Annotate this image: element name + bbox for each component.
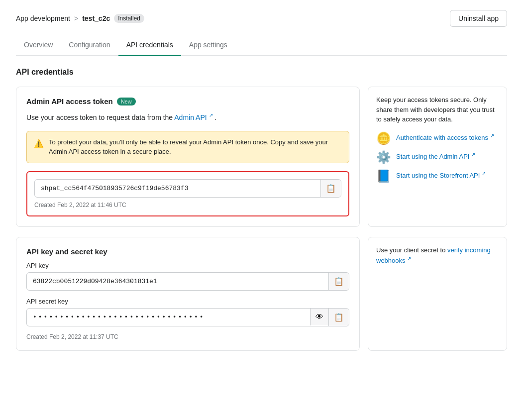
api-key-card-title: API key and secret key bbox=[26, 247, 107, 256]
new-badge: New bbox=[117, 98, 136, 105]
uninstall-app-button[interactable]: Uninstall app bbox=[450, 10, 507, 27]
start-storefront-api-link[interactable]: Start using the Storefront API ↗ bbox=[396, 170, 486, 181]
installed-badge: Installed bbox=[114, 14, 144, 23]
warning-icon: ⚠️ bbox=[34, 138, 44, 157]
admin-api-link[interactable]: Admin API ↗ bbox=[174, 113, 214, 121]
sidebar-bottom-card: Use your client secret to verify incomin… bbox=[368, 237, 507, 351]
start-admin-api-link[interactable]: Start using the Admin API ↗ bbox=[396, 151, 475, 162]
sidebar-top-card: Keep your access tokens secure. Only sha… bbox=[368, 87, 507, 227]
auth-token-icon: 🪙 bbox=[376, 132, 391, 144]
warning-text: To protect your data, you'll only be abl… bbox=[49, 137, 342, 157]
admin-token-input[interactable] bbox=[35, 181, 320, 196]
token-input-row: 📋 bbox=[34, 179, 341, 198]
api-key-created-text: Created Feb 2, 2022 at 11:37 UTC bbox=[26, 333, 349, 340]
tab-api-credentials[interactable]: API credentials bbox=[118, 35, 181, 56]
sidebar-storefront-api-link-row: 📘 Start using the Storefront API ↗ bbox=[376, 170, 499, 182]
tab-app-settings[interactable]: App settings bbox=[181, 35, 235, 56]
storefront-api-icon: 📘 bbox=[376, 170, 391, 182]
tab-configuration[interactable]: Configuration bbox=[61, 35, 118, 56]
warning-box: ⚠️ To protect your data, you'll only be … bbox=[26, 131, 349, 163]
reveal-secret-button[interactable]: 👁 bbox=[310, 309, 328, 325]
tab-bar: Overview Configuration API credentials A… bbox=[16, 35, 507, 56]
tab-overview[interactable]: Overview bbox=[16, 35, 61, 56]
token-highlight-box: 📋 Created Feb 2, 2022 at 11:46 UTC bbox=[26, 171, 349, 216]
admin-api-icon: ⚙️ bbox=[376, 151, 391, 163]
copy-api-key-button[interactable]: 📋 bbox=[328, 273, 349, 290]
token-created-text: Created Feb 2, 2022 at 11:46 UTC bbox=[34, 202, 341, 209]
sidebar-auth-link-row: 🪙 Authenticate with access tokens ↗ bbox=[376, 132, 499, 144]
api-secret-input-row: 👁 📋 bbox=[26, 308, 349, 326]
api-key-input[interactable] bbox=[27, 274, 328, 289]
api-key-label: API key bbox=[26, 262, 349, 269]
admin-token-desc: Use your access token to request data fr… bbox=[26, 111, 349, 123]
auth-with-tokens-link[interactable]: Authenticate with access tokens ↗ bbox=[396, 132, 494, 143]
admin-token-card: Admin API access token New Use your acce… bbox=[16, 87, 360, 227]
sidebar-webhook-text: Use your client secret to verify incomin… bbox=[376, 245, 499, 266]
api-secret-label: API secret key bbox=[26, 298, 349, 305]
page-title: API credentials bbox=[16, 68, 507, 77]
api-secret-input[interactable] bbox=[27, 310, 310, 325]
sidebar-security-text: Keep your access tokens secure. Only sha… bbox=[376, 95, 499, 124]
api-key-input-row: 📋 bbox=[26, 272, 349, 291]
admin-token-card-title: Admin API access token bbox=[26, 97, 113, 105]
api-key-card: API key and secret key API key 📋 API sec… bbox=[16, 237, 360, 351]
breadcrumb-separator: > bbox=[74, 14, 78, 22]
sidebar-admin-api-link-row: ⚙️ Start using the Admin API ↗ bbox=[376, 151, 499, 163]
copy-secret-button[interactable]: 📋 bbox=[328, 309, 349, 326]
copy-token-button[interactable]: 📋 bbox=[320, 180, 341, 197]
breadcrumb-current: test_c2c bbox=[82, 14, 110, 22]
breadcrumb-parent[interactable]: App development bbox=[16, 14, 70, 22]
